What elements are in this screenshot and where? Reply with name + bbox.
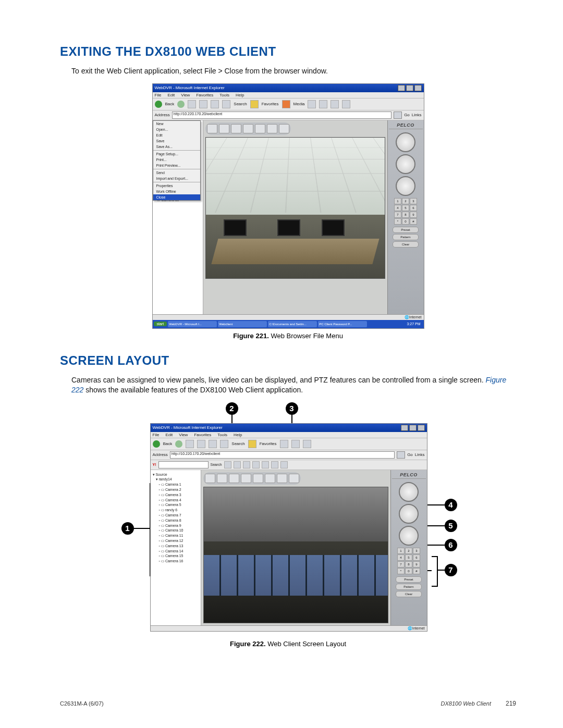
tree-item[interactable]: ▫ ⬭ Camera 8 <box>153 518 200 523</box>
keypad-key[interactable]: 0 <box>405 568 412 574</box>
layout-button[interactable] <box>255 124 265 133</box>
mail-icon[interactable] <box>319 100 327 108</box>
keypad-key[interactable]: 9 <box>410 212 417 218</box>
menu-edit[interactable]: Edit <box>167 93 175 97</box>
tree-item[interactable]: ▫ ⬭ Camera 5 <box>153 502 200 508</box>
tree-item[interactable]: ▫ ⬭ randy 6 <box>153 508 200 513</box>
ptz-pan-control[interactable] <box>399 482 419 502</box>
file-menu-close[interactable]: Close <box>153 194 200 200</box>
refresh-icon[interactable] <box>199 100 207 108</box>
history-icon[interactable] <box>308 100 316 108</box>
layout-button[interactable] <box>219 124 229 133</box>
minimize-icon[interactable] <box>401 425 408 431</box>
ptz-pan-control[interactable] <box>396 132 415 152</box>
menu-favorites[interactable]: Favorites <box>194 433 211 437</box>
ptz-zoom-control[interactable] <box>399 504 419 524</box>
file-menu-item[interactable]: Save <box>153 138 200 144</box>
keypad-key[interactable]: 3 <box>413 548 420 554</box>
menu-tools[interactable]: Tools <box>219 93 229 97</box>
close-icon[interactable] <box>418 425 425 431</box>
layout-button[interactable] <box>277 474 287 483</box>
maximize-icon[interactable] <box>406 85 413 91</box>
address-input[interactable]: http://10.220.170.20/webclient <box>170 451 395 459</box>
clear-button[interactable]: Clear <box>396 591 422 597</box>
print-icon[interactable] <box>331 100 339 108</box>
print-icon[interactable] <box>303 440 311 448</box>
toolbar-icon[interactable] <box>234 461 241 468</box>
tree-item[interactable]: ▫ ⬭ Camera 3 <box>153 492 200 498</box>
favorites-icon[interactable] <box>248 440 256 448</box>
keypad-key[interactable]: 6 <box>413 554 420 561</box>
keypad-key[interactable]: 4 <box>394 205 401 211</box>
preset-button[interactable]: Preset <box>396 576 422 583</box>
go-button[interactable] <box>397 451 405 459</box>
file-menu-item[interactable]: Properties <box>153 183 200 189</box>
layout-button[interactable] <box>253 474 263 483</box>
ptz-zoom-control[interactable] <box>396 154 415 174</box>
preset-button[interactable]: Preset <box>393 227 419 233</box>
layout-button[interactable] <box>265 474 275 483</box>
refresh-icon[interactable] <box>197 440 205 448</box>
edit-icon[interactable] <box>342 100 350 108</box>
tree-item[interactable]: ▫ ⬭ Camera 14 <box>153 549 200 554</box>
layout-button[interactable] <box>279 124 289 133</box>
keypad-key[interactable]: 9 <box>413 561 420 567</box>
keypad-key[interactable]: 7 <box>394 212 401 218</box>
yahoo-search-input[interactable] <box>158 461 209 468</box>
layout-button[interactable] <box>289 474 299 483</box>
menu-tools[interactable]: Tools <box>217 433 227 437</box>
mail-icon[interactable] <box>291 440 300 448</box>
keypad-key[interactable]: 5 <box>405 554 412 561</box>
layout-button[interactable] <box>267 124 277 133</box>
toolbar-icon[interactable] <box>262 461 269 468</box>
search-icon[interactable] <box>220 440 228 448</box>
video-view[interactable] <box>203 487 388 623</box>
menu-file[interactable]: File <box>155 93 162 97</box>
tree-item[interactable]: ▫ ⬭ Camera 2 <box>153 487 200 492</box>
toolbar-icon[interactable] <box>224 461 231 468</box>
layout-button[interactable] <box>217 474 227 483</box>
layout-button[interactable] <box>231 124 241 133</box>
ptz-focus-control[interactable] <box>399 526 419 546</box>
pattern-button[interactable]: Pattern <box>393 234 419 240</box>
tree-item[interactable]: ▫ ⬭ Camera 7 <box>153 513 200 518</box>
layout-button[interactable] <box>205 474 215 483</box>
tree-item[interactable]: ▫ ⬭ Camera 9 <box>153 523 200 528</box>
stop-icon[interactable] <box>188 100 196 108</box>
search-icon[interactable] <box>222 100 230 108</box>
video-view[interactable] <box>205 137 385 279</box>
menu-file[interactable]: File <box>153 433 160 437</box>
keypad-key[interactable]: 7 <box>397 561 405 567</box>
file-menu-item[interactable]: Print... <box>153 157 200 163</box>
back-icon[interactable] <box>153 440 160 448</box>
maximize-icon[interactable] <box>409 425 417 431</box>
file-menu-item[interactable]: Edit <box>153 132 200 138</box>
taskbar-item[interactable]: WebDVR - Microsoft I... <box>168 321 217 327</box>
toolbar-icon[interactable] <box>243 461 250 468</box>
keypad-key[interactable]: * <box>397 568 405 574</box>
close-icon[interactable] <box>414 85 422 91</box>
tree-item[interactable]: ▫ ⬭ Camera 15 <box>153 553 200 559</box>
media-icon[interactable] <box>282 100 290 108</box>
go-button[interactable] <box>394 112 402 119</box>
back-icon[interactable] <box>155 101 162 108</box>
tree-item[interactable]: ▫ ⬭ Camera 10 <box>153 528 200 533</box>
home-icon[interactable] <box>209 440 217 448</box>
menu-help[interactable]: Help <box>234 433 242 437</box>
keypad-key[interactable]: 4 <box>397 554 405 561</box>
tree-item[interactable]: ▫ ⬭ Camera 4 <box>153 498 200 503</box>
toolbar-icon[interactable] <box>252 461 260 468</box>
keypad-key[interactable]: * <box>394 218 401 225</box>
menu-edit[interactable]: Edit <box>165 433 173 437</box>
tree-host[interactable]: ▾ randy14 <box>153 477 200 482</box>
menu-view[interactable]: View <box>181 93 190 97</box>
tree-item[interactable]: ▫ ⬭ Camera 1 <box>153 482 200 487</box>
file-menu-item[interactable]: Open... <box>153 127 200 132</box>
file-menu-item[interactable]: Print Preview... <box>153 163 200 168</box>
menu-favorites[interactable]: Favorites <box>196 93 213 97</box>
toolbar-icon[interactable] <box>271 461 278 468</box>
file-menu-item[interactable]: Work Offline <box>153 189 200 194</box>
keypad-key[interactable]: 2 <box>402 198 409 204</box>
favorites-icon[interactable] <box>250 100 259 108</box>
toolbar-icon[interactable] <box>280 461 288 468</box>
